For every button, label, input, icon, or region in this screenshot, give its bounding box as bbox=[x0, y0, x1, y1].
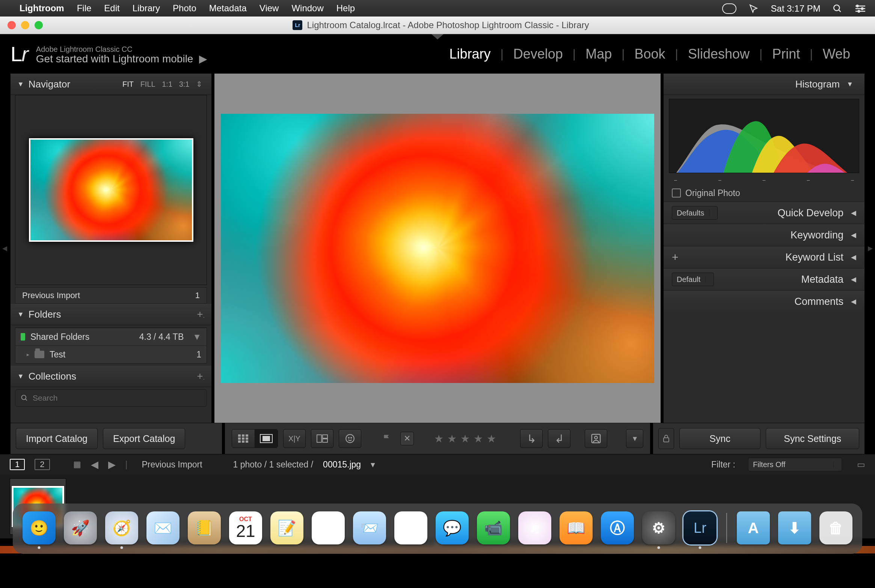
comments-header[interactable]: Comments ◀ bbox=[664, 290, 864, 312]
sync-settings-button[interactable]: Sync Settings bbox=[766, 428, 859, 449]
histogram-header[interactable]: Histogram ▼ bbox=[664, 74, 864, 95]
keywording-header[interactable]: Keywording ◀ bbox=[664, 224, 864, 246]
dock-icon-contacts[interactable]: 📒 bbox=[188, 511, 221, 544]
dock-icon-calendar[interactable]: OCT21 bbox=[229, 511, 262, 544]
control-center-icon[interactable] bbox=[855, 4, 866, 13]
quick-develop-header[interactable]: Defaults Quick Develop ◀ bbox=[664, 202, 864, 224]
add-collection-button[interactable]: +. bbox=[197, 370, 205, 382]
dock-icon-finder[interactable]: 🙂 bbox=[23, 511, 56, 544]
volume-row[interactable]: Shared Folders 4.3 / 4.4 TB ▼ bbox=[15, 328, 207, 345]
rotate-cw-button[interactable]: ↲ bbox=[548, 429, 570, 448]
dock-icon-imessage[interactable]: 💬 bbox=[436, 511, 469, 544]
catalog-previous-import-row[interactable]: Previous Import 1 bbox=[15, 287, 207, 304]
zoom-fill[interactable]: FILL bbox=[140, 80, 155, 88]
original-photo-checkbox[interactable] bbox=[672, 188, 681, 198]
menu-file[interactable]: File bbox=[77, 3, 92, 14]
import-catalog-button[interactable]: Import Catalog bbox=[16, 428, 98, 449]
rating-stars[interactable]: ★★★★★ bbox=[430, 433, 504, 445]
dock-icon-launchpad[interactable]: 🚀 bbox=[64, 511, 97, 544]
nav-forward-icon[interactable]: ▶ bbox=[108, 459, 116, 470]
filmstrip-source[interactable]: Previous Import bbox=[142, 460, 202, 470]
loupe-view[interactable] bbox=[214, 74, 661, 423]
window-close-button[interactable] bbox=[8, 21, 16, 29]
sync-lock-button[interactable] bbox=[658, 428, 674, 449]
dock-icon-appstore[interactable]: Ⓐ bbox=[601, 511, 634, 544]
cursor-icon[interactable] bbox=[749, 4, 759, 14]
module-web[interactable]: Web bbox=[813, 46, 860, 62]
dock-icon-music[interactable]: ♫ bbox=[518, 511, 551, 544]
module-book[interactable]: Book bbox=[625, 46, 675, 62]
dock-icon-notes[interactable]: 📝 bbox=[270, 511, 303, 544]
secondary-display-b[interactable]: 2 bbox=[35, 459, 50, 470]
mobile-tagline[interactable]: Get started with Lightroom mobile bbox=[36, 53, 193, 65]
menu-metadata[interactable]: Metadata bbox=[209, 3, 247, 14]
filter-lock-icon[interactable]: ▭ bbox=[857, 460, 865, 470]
rotate-ccw-button[interactable]: ↳ bbox=[520, 429, 543, 448]
navigator-header[interactable]: ▼ Navigator FIT FILL 1:1 3:1 ⇕ bbox=[11, 74, 211, 95]
folders-header[interactable]: ▼ Folders +. bbox=[11, 304, 211, 325]
menubar-clock[interactable]: Sat 3:17 PM bbox=[771, 3, 821, 14]
keyword-list-add-button[interactable]: + bbox=[672, 251, 679, 264]
module-slideshow[interactable]: Slideshow bbox=[678, 46, 759, 62]
dock-icon-messages-alt[interactable]: 📨 bbox=[353, 511, 386, 544]
export-catalog-button[interactable]: Export Catalog bbox=[103, 428, 185, 449]
menu-library[interactable]: Library bbox=[133, 3, 160, 14]
window-zoom-button[interactable] bbox=[35, 21, 43, 29]
secondary-display-a[interactable]: 1 bbox=[10, 459, 25, 470]
left-panel-toggle[interactable]: ◀ bbox=[2, 244, 7, 252]
module-print[interactable]: Print bbox=[762, 46, 810, 62]
keyword-list-header[interactable]: + Keyword List ◀ bbox=[664, 246, 864, 268]
flag-reject-button[interactable]: ✕ bbox=[400, 432, 414, 445]
spotlight-icon[interactable] bbox=[833, 4, 842, 14]
face-tag-button[interactable] bbox=[585, 429, 607, 448]
menu-edit[interactable]: Edit bbox=[104, 3, 119, 14]
dock-icon-books[interactable]: 📖 bbox=[560, 511, 593, 544]
grid-view-button[interactable] bbox=[232, 430, 255, 448]
people-view-button[interactable] bbox=[339, 429, 361, 448]
tagline-arrow-icon[interactable]: ▶ bbox=[199, 53, 207, 65]
module-develop[interactable]: Develop bbox=[504, 46, 573, 62]
window-minimize-button[interactable] bbox=[21, 21, 29, 29]
zoom-fit[interactable]: FIT bbox=[122, 80, 134, 88]
quick-develop-preset-select[interactable]: Defaults bbox=[672, 206, 718, 220]
dock-icon-facetime[interactable]: 📹 bbox=[477, 511, 510, 544]
compare-view-button[interactable]: X|Y bbox=[283, 429, 306, 448]
menu-photo[interactable]: Photo bbox=[173, 3, 196, 14]
dock-icon-photos[interactable]: ✿ bbox=[394, 511, 427, 544]
menu-window[interactable]: Window bbox=[291, 3, 323, 14]
histogram-display[interactable] bbox=[669, 99, 859, 173]
zoom-3to1[interactable]: 3:1 bbox=[179, 80, 190, 88]
toolbar-options-button[interactable]: ▾ bbox=[626, 429, 643, 448]
dock-icon-lightroom[interactable]: Lr bbox=[683, 511, 717, 544]
navigator-preview[interactable] bbox=[15, 95, 207, 285]
jump-grid-icon[interactable]: ▦ bbox=[73, 460, 81, 469]
original-photo-row[interactable]: Original Photo bbox=[664, 184, 864, 202]
metadata-preset-select[interactable]: Default bbox=[672, 273, 714, 286]
dock-icon-mail[interactable]: ✉️ bbox=[146, 511, 180, 544]
folder-row[interactable]: ▸ Test 1 bbox=[15, 345, 207, 363]
module-library[interactable]: Library bbox=[439, 46, 500, 62]
dock-icon-settings[interactable]: ⚙︎ bbox=[642, 511, 675, 544]
volume-disclosure-icon[interactable]: ▼ bbox=[193, 332, 201, 342]
survey-view-button[interactable] bbox=[311, 429, 333, 448]
creative-cloud-icon[interactable] bbox=[722, 3, 736, 14]
zoom-stepper-icon[interactable]: ⇕ bbox=[196, 80, 202, 88]
menu-view[interactable]: View bbox=[259, 3, 279, 14]
flag-pick-button[interactable] bbox=[379, 430, 395, 448]
nav-back-icon[interactable]: ◀ bbox=[91, 459, 98, 470]
dock-icon-reminders[interactable]: ▤ bbox=[312, 511, 345, 544]
dock-icon-trash[interactable]: 🗑 bbox=[819, 511, 852, 544]
metadata-header[interactable]: Default Metadata ◀ bbox=[664, 268, 864, 290]
filename-menu-icon[interactable]: ▾ bbox=[371, 460, 375, 470]
menu-help[interactable]: Help bbox=[336, 3, 355, 14]
zoom-1to1[interactable]: 1:1 bbox=[162, 80, 172, 88]
add-folder-button[interactable]: +. bbox=[197, 308, 205, 320]
filter-select[interactable]: Filters Off bbox=[748, 458, 842, 471]
folder-expander-icon[interactable]: ▸ bbox=[27, 351, 29, 357]
collections-header[interactable]: ▼ Collections +. bbox=[11, 366, 211, 387]
sync-button[interactable]: Sync bbox=[679, 428, 760, 449]
dock-icon-applications-folder[interactable]: A bbox=[737, 511, 770, 544]
right-panel-toggle[interactable]: ▶ bbox=[868, 244, 873, 252]
menubar-app-name[interactable]: Lightroom bbox=[20, 3, 64, 14]
collections-search-input[interactable] bbox=[32, 393, 201, 403]
